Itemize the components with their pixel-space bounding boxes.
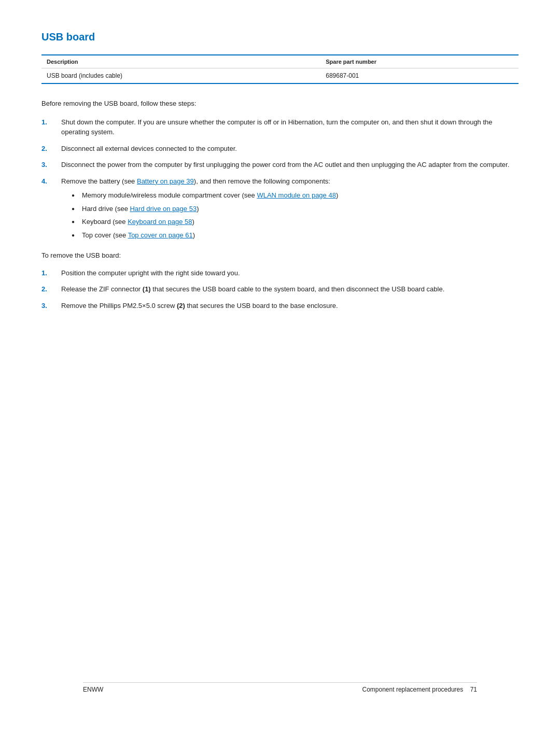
remove-intro: To remove the USB board: [41,250,519,261]
step-number: 4. [41,176,61,187]
intro-text: Before removing the USB board, follow th… [41,99,519,109]
list-item: Top cover (see Top cover on page 61) [72,230,519,241]
step-content: Remove the battery (see Battery on page … [61,176,519,244]
step-number: 2. [41,284,61,294]
step-content: Position the computer upright with the r… [61,268,519,278]
bold-ref: (2) [177,302,185,310]
parts-table-container: Description Spare part number USB board … [41,54,519,84]
list-item: 1. Position the computer upright with th… [41,268,519,278]
step-number: 2. [41,144,61,154]
page-title: USB board [41,31,519,45]
topcover-link[interactable]: Top cover on page 61 [128,231,193,239]
step-number: 1. [41,268,61,278]
bold-ref: (1) [143,285,151,293]
bullet-text: Keyboard (see Keyboard on page 58) [82,217,194,227]
bullet-text: Top cover (see Top cover on page 61) [82,230,195,241]
list-item: 1. Shut down the computer. If you are un… [41,117,519,137]
step-text-before: Remove the battery (see [61,177,137,185]
keyboard-link[interactable]: Keyboard on page 58 [128,218,192,226]
step-content: Disconnect all external devices connecte… [61,144,519,154]
col-description-header: Description [41,55,320,68]
step-number: 3. [41,160,61,170]
list-item: Hard drive (see Hard drive on page 53) [72,204,519,214]
step-number: 1. [41,117,61,128]
step-content: Remove the Phillips PM2.5×5.0 screw (2) … [61,301,519,311]
remove-steps-list: 1. Position the computer upright with th… [41,268,519,311]
col-partnum-header: Spare part number [320,55,519,68]
list-item: Memory module/wireless module compartmen… [72,190,519,201]
list-item: 2. Release the ZIF connector (1) that se… [41,284,519,294]
step-content: Release the ZIF connector (1) that secur… [61,284,519,294]
part-description: USB board (includes cable) [41,68,320,83]
bullet-text: Hard drive (see Hard drive on page 53) [82,204,199,214]
harddrive-link[interactable]: Hard drive on page 53 [130,205,197,213]
list-item: 3. Disconnect the power from the compute… [41,160,519,170]
prereq-steps-list: 1. Shut down the computer. If you are un… [41,117,519,244]
page-footer: ENWW Component replacement procedures 71 [83,682,477,693]
footer-left: ENWW [83,686,103,693]
part-number: 689687-001 [320,68,519,83]
table-row: USB board (includes cable) 689687-001 [41,68,519,83]
battery-link[interactable]: Battery on page 39 [137,177,194,185]
bullet-text: Memory module/wireless module compartmen… [82,190,338,201]
step-number: 3. [41,301,61,311]
list-item: 4. Remove the battery (see Battery on pa… [41,176,519,244]
wlan-link[interactable]: WLAN module on page 48 [257,191,335,199]
parts-table: Description Spare part number USB board … [41,55,519,83]
step-text-after: ), and then remove the following compone… [194,177,330,185]
list-item: 3. Remove the Phillips PM2.5×5.0 screw (… [41,301,519,311]
footer-right: Component replacement procedures 71 [362,686,477,693]
list-item: Keyboard (see Keyboard on page 58) [72,217,519,227]
step-content: Shut down the computer. If you are unsur… [61,117,519,137]
bullet-list: Memory module/wireless module compartmen… [72,190,519,240]
list-item: 2. Disconnect all external devices conne… [41,144,519,154]
step-content: Disconnect the power from the computer b… [61,160,519,170]
